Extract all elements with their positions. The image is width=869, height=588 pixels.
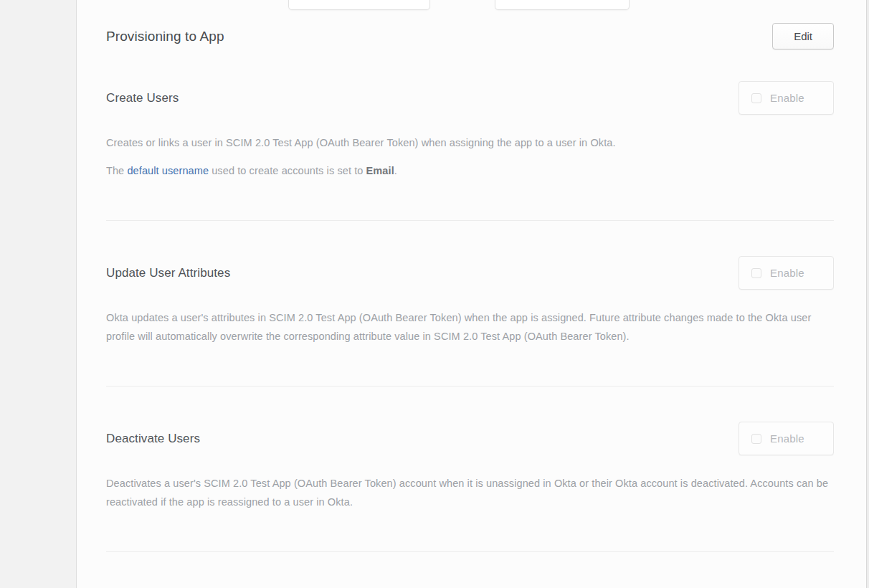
right-gutter [866,0,869,588]
section-deactivate-users-head: Deactivate Users Enable [106,422,834,455]
checkbox-icon[interactable] [751,434,761,444]
checkbox-icon[interactable] [751,268,761,278]
page-title: Provisioning to App [106,29,224,44]
enable-button-label: Enable [770,267,804,279]
create-users-description: Creates or links a user in SCIM 2.0 Test… [106,133,834,152]
truncated-field-left[interactable] [288,0,430,10]
provisioning-panel: Provisioning to App Edit Create Users En… [77,0,866,588]
truncated-field-right[interactable] [495,0,630,10]
default-username-note: The default username used to create acco… [106,161,834,180]
deactivate-users-description: Deactivates a user's SCIM 2.0 Test App (… [106,474,834,511]
section-update-attributes-head: Update User Attributes Enable [106,256,834,290]
note-prefix: The [106,165,127,176]
update-attributes-enable-button[interactable]: Enable [739,256,834,290]
section-divider [106,220,834,221]
section-create-users-head: Create Users Enable [106,81,834,115]
panel-header: Provisioning to App Edit [106,23,834,49]
section-divider [106,551,834,552]
section-title-deactivate-users: Deactivate Users [106,432,200,446]
checkbox-icon[interactable] [751,93,761,103]
create-users-enable-button[interactable]: Enable [739,81,834,115]
deactivate-users-enable-button[interactable]: Enable [739,422,834,455]
edit-button[interactable]: Edit [772,23,834,49]
default-username-link[interactable]: default username [127,165,209,176]
note-suffix: . [394,165,397,176]
username-value: Email [366,165,394,176]
section-title-update-attributes: Update User Attributes [106,266,230,280]
section-divider [106,386,834,387]
note-middle: used to create accounts is set to [209,165,366,176]
update-attributes-description: Okta updates a user's attributes in SCIM… [106,308,834,346]
enable-button-label: Enable [770,432,804,445]
section-title-create-users: Create Users [106,91,179,105]
left-gutter [0,0,77,588]
enable-button-label: Enable [770,92,804,104]
